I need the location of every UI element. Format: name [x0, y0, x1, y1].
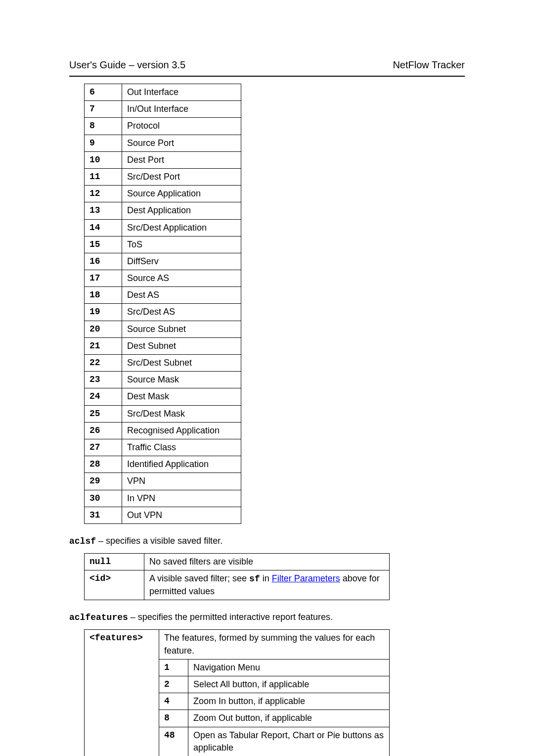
table-row-label: Protocol: [122, 118, 241, 135]
feature-num: 2: [159, 676, 188, 693]
table-row-num: 11: [85, 168, 122, 185]
aclsf-term: aclsf: [69, 536, 96, 546]
header-right: NetFlow Tracker: [393, 59, 465, 71]
feature-label: Navigation Menu: [188, 660, 390, 676]
table-row-num: 29: [85, 473, 122, 490]
aclsf-id-key: <id>: [85, 570, 144, 600]
aclsf-id-val: A visible saved filter; see sf in Filter…: [144, 570, 390, 600]
table-row-num: 9: [85, 135, 122, 151]
table-row-num: 14: [85, 219, 122, 236]
aclsf-table: null No saved filters are visible <id> A…: [84, 553, 390, 601]
table-row-num: 26: [85, 422, 122, 439]
features-intro: The features, formed by summing the valu…: [159, 630, 390, 659]
table-row-num: 25: [85, 405, 122, 422]
table-row-label: Src/Dest Application: [122, 219, 241, 236]
features-subtable: 1Navigation Menu2Select All button, if a…: [159, 660, 389, 756]
table-row-label: Out Interface: [122, 84, 241, 101]
table-row-label: Recognised Application: [122, 422, 241, 439]
table-row-num: 23: [85, 372, 122, 388]
table-row-label: Source Mask: [122, 372, 241, 388]
table-row-label: Traffic Class: [122, 439, 241, 456]
feature-num: 48: [159, 727, 188, 756]
table-row-num: 28: [85, 456, 122, 473]
table-row-label: ToS: [122, 236, 241, 253]
table-row-label: Src/Dest AS: [122, 304, 241, 321]
table-row-num: 13: [85, 202, 122, 219]
table-row-num: 30: [85, 490, 122, 507]
table-row-label: Src/Dest Mask: [122, 405, 241, 422]
table-row-num: 21: [85, 337, 122, 354]
table-row-num: 17: [85, 270, 122, 287]
table-row-label: Src/Dest Port: [122, 168, 241, 185]
table-row-label: Dest Port: [122, 151, 241, 168]
header-left: User's Guide – version 3.5: [69, 59, 185, 71]
features-key: <features>: [85, 630, 159, 756]
aclsf-desc: – specifies a visible saved filter.: [96, 536, 222, 546]
aclfeatures-paragraph: aclfeatures – specifies the permitted in…: [69, 612, 465, 622]
table-row-label: Out VPN: [122, 507, 241, 523]
table-row-label: VPN: [122, 473, 241, 490]
table-row-label: Source Application: [122, 186, 241, 202]
table-row-num: 10: [85, 151, 122, 168]
aclsf-null-val: No saved filters are visible: [144, 553, 390, 570]
table-row-num: 27: [85, 439, 122, 456]
table-row-label: Source AS: [122, 270, 241, 287]
table-row-label: Dest AS: [122, 287, 241, 304]
table-row-label: Src/Dest Subnet: [122, 355, 241, 372]
feature-num: 1: [159, 660, 188, 676]
table-row-label: DiffServ: [122, 253, 241, 270]
table-row-num: 7: [85, 101, 122, 118]
table-row-label: Source Port: [122, 135, 241, 151]
feature-label: Open as Tabular Report, Chart or Pie but…: [188, 727, 390, 756]
filter-parameters-link[interactable]: Filter Parameters: [272, 573, 340, 583]
feature-label: Select All button, if applicable: [188, 676, 390, 693]
page-header: User's Guide – version 3.5 NetFlow Track…: [69, 59, 465, 77]
table-row-num: 20: [85, 321, 122, 337]
table-row-label: Identified Application: [122, 456, 241, 473]
feature-label: Zoom In button, if applicable: [188, 693, 390, 710]
feature-label: Zoom Out button, if applicable: [188, 710, 390, 727]
aclfeatures-desc: – specifies the permitted interactive re…: [128, 612, 333, 622]
aclsf-paragraph: aclsf – specifies a visible saved filter…: [69, 536, 465, 546]
aclfeatures-table: <features> The features, formed by summi…: [84, 629, 390, 756]
table-row-label: Dest Mask: [122, 388, 241, 405]
feature-num: 4: [159, 693, 188, 710]
table-row-label: Dest Subnet: [122, 337, 241, 354]
table-row-label: In VPN: [122, 490, 241, 507]
table-row-num: 22: [85, 355, 122, 372]
table-row-label: Dest Application: [122, 202, 241, 219]
table-row-num: 18: [85, 287, 122, 304]
aclfeatures-term: aclfeatures: [69, 613, 128, 622]
table-row-num: 6: [85, 84, 122, 101]
feature-num: 8: [159, 710, 188, 727]
table-row-num: 12: [85, 186, 122, 202]
table-row-num: 8: [85, 118, 122, 135]
table-row-num: 31: [85, 507, 122, 523]
table-row-num: 15: [85, 236, 122, 253]
table-row-num: 24: [85, 388, 122, 405]
table-row-num: 19: [85, 304, 122, 321]
interface-table: 6Out Interface7In/Out Interface8Protocol…: [84, 84, 241, 524]
aclsf-null-key: null: [85, 553, 144, 570]
table-row-label: Source Subnet: [122, 321, 241, 337]
table-row-num: 16: [85, 253, 122, 270]
table-row-label: In/Out Interface: [122, 101, 241, 118]
